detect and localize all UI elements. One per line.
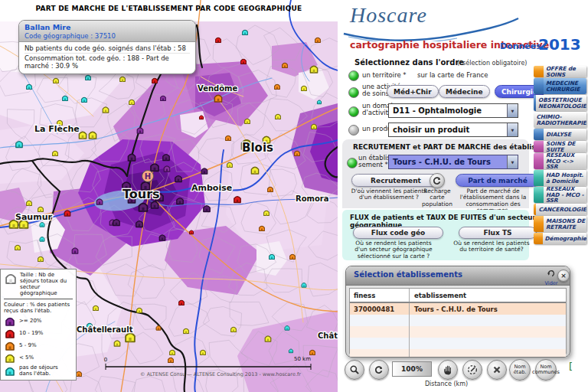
map-house[interactable] [231,327,237,332]
part-de-marche-button[interactable]: Part de marché [456,174,540,187]
map-house[interactable] [27,84,32,89]
map-house[interactable] [82,97,87,102]
map-house[interactable] [53,151,58,155]
refresh-icon[interactable] [369,360,389,380]
map-house[interactable] [312,124,317,129]
activity-pill-m-d-chir[interactable]: Méd+Chir [387,85,439,98]
map-house[interactable] [129,100,135,104]
map-house[interactable] [38,207,44,211]
chevron-down-icon[interactable]: ▼ [507,104,518,117]
map-house[interactable] [126,333,135,341]
sidebar-item-offre-de-soins[interactable]: OFFRE de SOINS [534,66,586,77]
map-house[interactable] [89,132,96,139]
map-house[interactable] [156,326,161,331]
table-row-empty[interactable] [350,315,566,326]
map-house[interactable] [179,300,185,305]
map-house[interactable] [170,350,175,354]
map-house[interactable] [137,308,142,312]
map-house[interactable] [234,197,240,203]
table-row-empty[interactable] [350,326,566,338]
map-house[interactable] [79,132,86,139]
map-house[interactable] [103,107,109,113]
sidebar-item-soins-de-suite[interactable]: SOINS DE SUITE [534,141,586,152]
sidebar-item-d-mographie[interactable]: Démographie [534,233,586,244]
table-row[interactable]: 370000481Tours - C.H.U. de Tours [350,303,566,315]
map-house[interactable] [241,59,247,64]
map-house[interactable] [226,136,231,140]
map-house[interactable] [302,283,306,288]
map-house[interactable] [168,358,174,362]
table-row-empty[interactable] [350,349,566,358]
map-house[interactable] [310,66,317,73]
map-house[interactable] [15,245,21,250]
map-house[interactable] [275,84,280,89]
etablissement-select[interactable]: Tours - C.H.U. de Tours ▼ [388,155,518,169]
nom-communes-button[interactable]: Nom communes [535,359,557,381]
map-house[interactable] [204,206,210,212]
map-house[interactable] [77,371,82,376]
close-icon[interactable]: × [557,270,570,282]
product-select[interactable]: choisir un produit ▼ [388,122,518,137]
map-house[interactable] [184,328,189,333]
map-house[interactable] [201,168,207,174]
map-house[interactable] [16,142,22,148]
map-house[interactable] [120,77,126,81]
chevron-down-icon[interactable]: ▼ [507,155,518,168]
map-house[interactable] [151,164,158,171]
map-house[interactable] [295,151,300,155]
recrutement-button[interactable]: Recrutement [351,174,440,187]
map-house[interactable] [216,38,221,42]
sidebar-item-had-hospit-domicile[interactable]: HAD Hospit. à Domicile [534,170,586,186]
map-house[interactable] [285,326,289,331]
sidebar-item-medecine-chirurgie[interactable]: MEDECINE CHIRURGIE [534,78,586,94]
map-house[interactable] [177,198,183,204]
map-house[interactable] [40,223,44,227]
sidebar-item-reseaux-mco-ssr[interactable]: RESEAUX MCO <-> SSR [534,153,586,169]
hospital-marker[interactable]: H [142,171,154,182]
map-house[interactable] [38,256,44,261]
map-house[interactable] [260,226,265,230]
map-house[interactable] [27,201,32,205]
activity-pill-m-decine[interactable]: Médecine [439,85,490,98]
map-house[interactable] [159,235,165,240]
map-house[interactable] [64,211,70,216]
map-house[interactable] [151,201,158,208]
recharge-refresh-icon[interactable] [430,173,445,188]
sidebar-item-dialyse[interactable]: DIALYSE [534,129,586,140]
sidebar-item-chimio-radiotherapie[interactable]: CHIMIO- RADIOTHERAPIE [534,112,586,128]
map-house[interactable] [245,119,250,123]
table-row-empty[interactable] [350,338,566,349]
map-house[interactable] [139,204,148,211]
map-house[interactable] [113,220,119,226]
map-house[interactable] [175,176,181,182]
map-house[interactable] [54,78,59,83]
map-house[interactable] [114,341,120,346]
sidebar-item-obstetrique-neonatologie[interactable]: OBSTETRIQUE NEONATOLOGIE [534,95,586,111]
map-house[interactable] [268,187,273,191]
pan-hand-icon[interactable] [438,360,458,380]
map-house[interactable] [128,154,135,161]
clear-icon[interactable] [487,360,507,380]
map-house[interactable] [214,95,221,102]
map-house[interactable] [163,155,169,161]
domain-select[interactable]: D11 - Ophtalmologie ▼ [388,103,518,118]
zoom-in-icon[interactable] [345,360,364,380]
map-house[interactable] [283,63,288,67]
sidebar-item-cancerologie[interactable]: CANCEROLOGIE [534,204,586,215]
measure-distance-icon[interactable] [462,360,482,380]
map-house[interactable] [86,75,91,80]
map-house[interactable] [290,254,296,259]
chevron-down-icon[interactable]: ▼ [507,123,518,136]
map-house[interactable] [315,38,321,42]
map-house[interactable] [161,96,166,100]
flux-code-geo-button[interactable]: Flux code géo [353,227,443,239]
map-house[interactable] [189,230,193,234]
flux-ts-button[interactable]: Flux TS [459,227,537,239]
map-house[interactable] [227,162,233,167]
map-house[interactable] [302,86,307,90]
map-house[interactable] [317,100,321,104]
map-house[interactable] [136,221,142,227]
map-house[interactable] [310,350,315,354]
map-house[interactable] [93,305,99,310]
map-house[interactable] [264,211,270,215]
